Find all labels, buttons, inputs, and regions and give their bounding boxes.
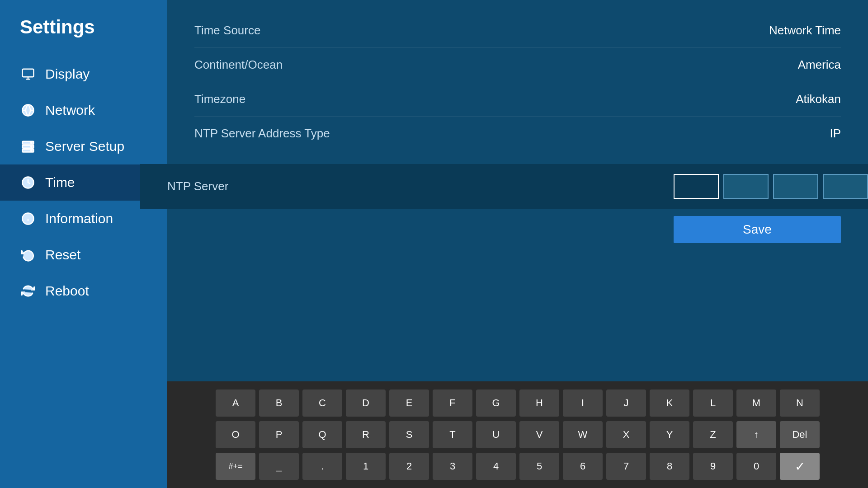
key-underscore[interactable]: _ [259,453,299,480]
key-7[interactable]: 7 [606,453,646,480]
sidebar-item-display[interactable]: Display [0,56,167,92]
svg-point-8 [31,142,32,144]
time-icon [20,174,36,191]
key-6[interactable]: 6 [563,453,603,480]
settings-area: Time Source Network Time Continent/Ocean… [167,0,868,164]
shift-key[interactable]: ↑ [736,421,776,448]
sidebar-item-reboot-label: Reboot [45,283,89,299]
sidebar-item-time-label: Time [45,175,75,190]
ntp-address-type-label: NTP Server Address Type [194,127,830,141]
ntp-address-type-value: IP [830,127,841,141]
key-3[interactable]: 3 [433,453,472,480]
key-0[interactable]: 0 [736,453,776,480]
timezone-row: Timezone Atikokan [194,82,841,117]
reboot-icon [20,283,36,299]
save-btn-row: Save [167,209,868,250]
keyboard: A B C D E F G H I J K L M N O P Q R S T … [167,381,868,488]
key-special[interactable]: #+= [216,453,255,480]
svg-rect-0 [23,69,34,77]
svg-point-9 [31,146,32,147]
continent-value: America [798,58,841,72]
key-X[interactable]: X [606,421,646,448]
key-H[interactable]: H [519,389,559,417]
enter-check-key[interactable]: ✓ [780,453,820,480]
ntp-input-1[interactable] [674,174,719,199]
key-Q[interactable]: Q [302,421,342,448]
continent-label: Continent/Ocean [194,58,798,72]
key-4[interactable]: 4 [476,453,516,480]
key-5[interactable]: 5 [519,453,559,480]
key-Y[interactable]: Y [650,421,689,448]
key-B[interactable]: B [259,389,299,417]
sidebar-item-network-label: Network [45,103,95,118]
key-E[interactable]: E [389,389,429,417]
key-C[interactable]: C [302,389,342,417]
time-source-value: Network Time [769,23,841,38]
ntp-inputs [674,174,868,199]
keyboard-row-3: #+= _ . 1 2 3 4 5 6 7 8 9 0 ✓ [216,453,820,480]
ntp-input-2[interactable] [723,174,769,199]
network-icon [20,102,36,118]
server-setup-icon [20,138,36,155]
ntp-server-label: NTP Server [167,179,674,193]
sidebar-item-server-setup-label: Server Setup [45,139,124,154]
keyboard-row-2: O P Q R S T U V W X Y Z ↑ Del [216,421,820,448]
spacer [167,250,868,381]
ntp-address-type-row: NTP Server Address Type IP [194,117,841,150]
sidebar-item-information-label: Information [45,211,113,226]
main-content: Time Source Network Time Continent/Ocean… [167,0,868,488]
key-Z[interactable]: Z [693,421,733,448]
delete-key[interactable]: Del [780,421,820,448]
svg-point-10 [31,150,32,151]
key-F[interactable]: F [433,389,472,417]
continent-row: Continent/Ocean America [194,48,841,82]
key-I[interactable]: I [563,389,603,417]
key-L[interactable]: L [693,389,733,417]
key-1[interactable]: 1 [346,453,386,480]
ntp-server-row: NTP Server [140,164,868,209]
information-icon [20,211,36,227]
key-G[interactable]: G [476,389,516,417]
key-U[interactable]: U [476,421,516,448]
key-K[interactable]: K [650,389,689,417]
key-T[interactable]: T [433,421,472,448]
key-9[interactable]: 9 [693,453,733,480]
key-O[interactable]: O [216,421,255,448]
key-R[interactable]: R [346,421,386,448]
key-D[interactable]: D [346,389,386,417]
key-8[interactable]: 8 [650,453,689,480]
sidebar: Settings Display Network [0,0,167,488]
key-A[interactable]: A [216,389,255,417]
sidebar-item-reboot[interactable]: Reboot [0,273,167,309]
sidebar-item-network[interactable]: Network [0,92,167,128]
keyboard-row-1: A B C D E F G H I J K L M N [216,389,820,417]
key-J[interactable]: J [606,389,646,417]
timezone-value: Atikokan [796,92,841,106]
key-W[interactable]: W [563,421,603,448]
ntp-input-4[interactable] [823,174,868,199]
sidebar-item-reset[interactable]: Reset [0,237,167,273]
key-period[interactable]: . [302,453,342,480]
display-icon [20,66,36,82]
time-source-label: Time Source [194,23,769,38]
sidebar-title: Settings [0,0,167,56]
time-source-row: Time Source Network Time [194,14,841,48]
save-button[interactable]: Save [674,216,841,243]
reset-icon [20,247,36,263]
key-S[interactable]: S [389,421,429,448]
sidebar-item-server-setup[interactable]: Server Setup [0,128,167,164]
key-M[interactable]: M [736,389,776,417]
timezone-label: Timezone [194,92,796,106]
sidebar-item-display-label: Display [45,66,90,82]
key-2[interactable]: 2 [389,453,429,480]
ntp-input-3[interactable] [773,174,818,199]
key-V[interactable]: V [519,421,559,448]
key-N[interactable]: N [780,389,820,417]
sidebar-item-reset-label: Reset [45,247,80,263]
key-P[interactable]: P [259,421,299,448]
